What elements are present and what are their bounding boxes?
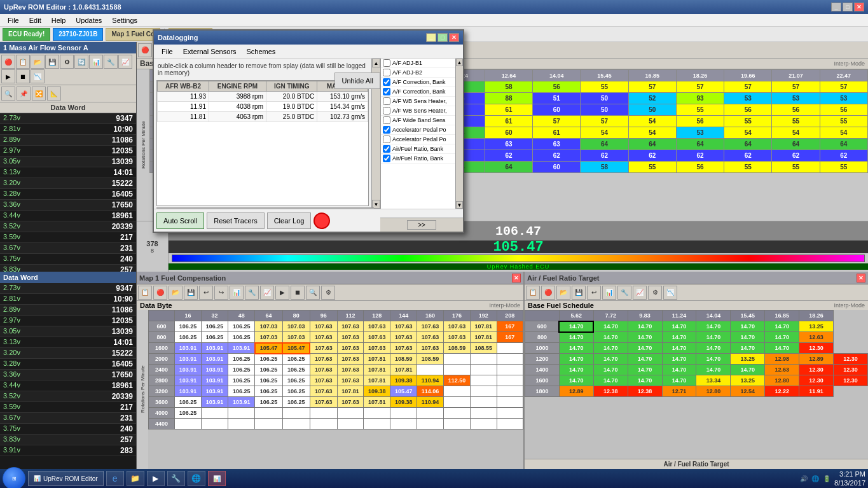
fuel-cell[interactable]: 64	[724, 139, 772, 150]
fuel-cell[interactable]: 62	[485, 150, 532, 162]
lp-btn-3[interactable]: 📂	[31, 55, 45, 69]
comp-cell[interactable]	[497, 343, 523, 354]
afr-cell[interactable]: 12.30	[834, 375, 868, 386]
comp-cell[interactable]: 107.81	[364, 397, 390, 408]
comp-cell[interactable]	[470, 386, 497, 397]
comp-cell[interactable]: 107.63	[310, 354, 337, 365]
comp-cell[interactable]: 106.25	[228, 332, 255, 343]
afr-cell[interactable]: 14.70	[628, 343, 662, 354]
fuel-cell[interactable]: 54	[628, 127, 676, 139]
sensor-expand-btn[interactable]: >>	[407, 220, 436, 230]
afr-cell[interactable]: 14.70	[593, 343, 628, 354]
fuel-cell[interactable]: 58	[485, 81, 532, 93]
afr-cell[interactable]: 12.63	[765, 365, 799, 375]
reset-tracers-btn[interactable]: Reset Tracers	[207, 213, 264, 229]
comp-cell[interactable]: 167	[497, 332, 523, 343]
afr-cell[interactable]: 14.70	[593, 375, 628, 386]
fuel-cell[interactable]: 52	[628, 93, 676, 104]
lp-btn-6[interactable]: 🔄	[74, 55, 88, 69]
comp-cell[interactable]	[390, 408, 417, 419]
comp-cell[interactable]: 107.63	[390, 321, 417, 332]
comp-cell[interactable]	[497, 386, 523, 397]
comp-cell[interactable]: 107.63	[390, 343, 417, 354]
comp-cell[interactable]	[175, 419, 202, 429]
comp-cell[interactable]: 103.91	[202, 375, 228, 386]
fuel-cell[interactable]: 56	[676, 116, 724, 127]
comp-cell[interactable]: 107.63	[417, 332, 444, 343]
comp-cell[interactable]	[364, 419, 390, 429]
fuel-cell[interactable]: 57	[581, 116, 628, 127]
comp-cell[interactable]	[417, 365, 444, 375]
afr-cell[interactable]: 12.98	[765, 354, 799, 365]
afr-cell[interactable]: 12.89	[559, 386, 593, 397]
comp-cell[interactable]: 107.81	[470, 321, 497, 332]
comp-cell[interactable]: 108.59	[390, 354, 417, 365]
data-row[interactable]: 3.83v257	[0, 435, 136, 445]
fuel-cell[interactable]: 56	[772, 104, 820, 116]
comp-cell[interactable]	[497, 375, 523, 386]
data-row[interactable]: 3.91v283	[0, 445, 136, 456]
comp-btn-2[interactable]: 🔴	[153, 286, 167, 300]
comp-cell[interactable]: 106.25	[255, 386, 282, 397]
data-row[interactable]: 3.44v18961	[0, 380, 136, 391]
afr-cell[interactable]: 14.70	[765, 343, 799, 354]
menu-file[interactable]: File	[3, 15, 24, 25]
record-btn[interactable]	[313, 213, 330, 229]
afr-cell[interactable]: 12.63	[799, 332, 834, 343]
dialog-close[interactable]: ✕	[449, 33, 459, 42]
afr-cell[interactable]: 13.25	[731, 354, 765, 365]
comp-cell[interactable]	[202, 408, 228, 419]
data-row[interactable]: 2.97v12035	[0, 146, 136, 157]
fuel-cell[interactable]: 62	[628, 150, 676, 162]
comp-cell[interactable]	[497, 397, 523, 408]
comp-cell[interactable]: 103.91	[175, 365, 202, 375]
fuel-cell[interactable]: 50	[581, 93, 628, 104]
afr-cell[interactable]: 14.70	[662, 354, 696, 365]
comp-cell[interactable]: 107.63	[337, 354, 364, 365]
fuel-cell[interactable]: 61	[485, 104, 532, 116]
dialog-menu-file[interactable]: File	[156, 46, 178, 57]
afr-cell[interactable]: 14.70	[628, 321, 662, 332]
comp-cell[interactable]: 106.25	[255, 397, 282, 408]
fuel-cell[interactable]: 63	[533, 139, 581, 150]
afr-cell[interactable]: 12.71	[662, 386, 696, 397]
comp-cell[interactable]	[497, 419, 523, 429]
comp-btn-8[interactable]: 🔧	[245, 286, 259, 300]
afr-cell[interactable]: 11.91	[799, 386, 834, 397]
comp-cell[interactable]: 106.25	[282, 375, 310, 386]
lp-btn-10[interactable]: ▶	[1, 69, 15, 83]
fuel-cell[interactable]: 63	[485, 139, 532, 150]
dialog-menu-schemes[interactable]: Schemes	[242, 46, 281, 57]
comp-cell[interactable]: 103.91	[202, 354, 228, 365]
afr-cell[interactable]: 12.30	[834, 354, 868, 365]
lp-btn-7[interactable]: 📊	[89, 55, 103, 69]
sensor-scrollbar[interactable]: ▲ ▼	[455, 59, 463, 209]
fuel-cell[interactable]: 62	[820, 150, 867, 162]
fuel-cell[interactable]: 53	[820, 93, 867, 104]
afr-cell[interactable]: 14.70	[559, 343, 593, 354]
comp-cell[interactable]	[470, 365, 497, 375]
comp-cell[interactable]	[337, 408, 364, 419]
data-row[interactable]: 3.05v13039	[0, 157, 136, 167]
data-row[interactable]: 3.75v240	[0, 424, 136, 435]
lp-btn-8[interactable]: 🔧	[104, 55, 118, 69]
sensor-checkbox[interactable]	[383, 107, 390, 115]
afr-cell[interactable]: 12.80	[765, 375, 799, 386]
comp-cell[interactable]: 107.63	[337, 343, 364, 354]
afr-cell[interactable]: 14.70	[765, 321, 799, 332]
ecu-status-btn[interactable]: ECU Ready!	[3, 28, 50, 41]
comp-cell[interactable]: 107.03	[255, 321, 282, 332]
afr-cell[interactable]: 14.70	[662, 343, 696, 354]
afr-btn-9[interactable]: ⚙	[648, 286, 662, 300]
fuel-cell[interactable]: 56	[533, 81, 581, 93]
comp-cell[interactable]	[417, 408, 444, 419]
comp-cell[interactable]: 106.25	[255, 354, 282, 365]
comp-cell[interactable]: 107.03	[255, 332, 282, 343]
lp-btn-5[interactable]: ⚙	[60, 55, 74, 69]
afr-cell[interactable]: 14.70	[559, 321, 593, 332]
lp-btn-2[interactable]: 📋	[16, 55, 30, 69]
afr-cell[interactable]: 12.89	[799, 354, 834, 365]
menu-edit[interactable]: Edit	[24, 15, 46, 25]
comp-btn-12[interactable]: 🔍	[306, 286, 320, 300]
data-row[interactable]: 3.52v20339	[0, 221, 136, 232]
